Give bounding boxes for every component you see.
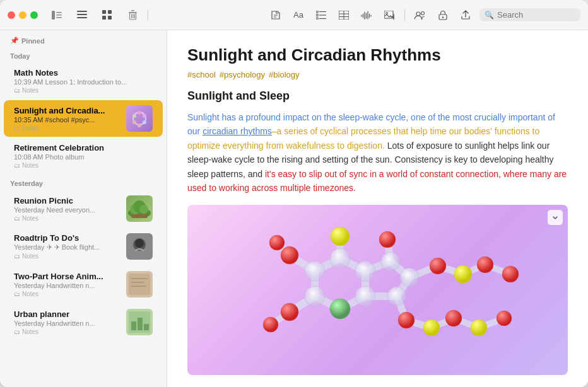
note-text: Roadtrip To Do's Yesterday ✈ ✈ Book flig… xyxy=(14,233,121,260)
section-header-today: Today xyxy=(0,47,167,62)
note-text: Two-Part Horse Anim... Yesterday Handwri… xyxy=(14,272,121,297)
note-item-selected[interactable]: Sunlight and Circadia... 10:35 AM #schoo… xyxy=(4,100,163,137)
svg-point-111 xyxy=(423,320,440,336)
note-tags: #school #psychology #biology xyxy=(187,70,568,79)
note-folder: 🗂 Notes xyxy=(14,125,121,132)
svg-point-44 xyxy=(143,114,146,118)
list-view-icon[interactable] xyxy=(73,6,91,24)
svg-point-102 xyxy=(379,231,396,248)
svg-point-109 xyxy=(331,227,350,246)
grid-view-icon[interactable] xyxy=(98,6,116,24)
tag-biology: #biology xyxy=(269,70,299,79)
note-folder: 🗂 Notes xyxy=(14,215,121,222)
format-icon[interactable]: Aa xyxy=(290,6,307,24)
app-window: Aa xyxy=(0,0,588,387)
tag-psychology: #psychology xyxy=(220,70,265,79)
svg-rect-53 xyxy=(131,214,148,218)
svg-rect-5 xyxy=(77,14,87,15)
note-item[interactable]: Reunion Picnic Yesterday Need everyon...… xyxy=(4,190,163,227)
note-text: Reunion Picnic Yesterday Need everyon...… xyxy=(14,196,121,222)
note-main-title: Sunlight and Circadian Rhythms xyxy=(187,45,568,65)
share-icon[interactable] xyxy=(457,6,474,24)
note-item[interactable]: Retirement Celebration 10:08 AM Photo al… xyxy=(4,138,163,174)
note-image-container xyxy=(187,205,568,375)
lock-icon[interactable] xyxy=(434,6,452,24)
svg-point-89 xyxy=(305,261,325,281)
checklist-icon[interactable] xyxy=(312,6,330,24)
delete-icon[interactable] xyxy=(124,6,141,24)
note-folder: 🗂 Notes xyxy=(14,253,121,260)
svg-rect-3 xyxy=(56,17,62,18)
note-title: Math Notes xyxy=(14,68,153,78)
search-icon: 🔍 xyxy=(485,11,494,20)
note-item[interactable]: Roadtrip To Do's Yesterday ✈ ✈ Book flig… xyxy=(4,228,163,265)
svg-rect-14 xyxy=(131,14,132,18)
svg-point-95 xyxy=(381,252,400,271)
sidebar: 📌 Pinned Today Math Notes 10:39 AM Lesso… xyxy=(0,30,167,387)
note-title: Roadtrip To Do's xyxy=(14,233,121,243)
note-item[interactable]: Math Notes 10:39 AM Lesson 1: Introducti… xyxy=(4,63,163,99)
svg-point-110 xyxy=(454,265,472,283)
svg-point-96 xyxy=(400,268,419,287)
image-expand-button[interactable] xyxy=(548,210,563,225)
svg-rect-8 xyxy=(108,10,112,14)
note-folder: 🗂 Notes xyxy=(14,162,153,169)
search-bar[interactable]: 🔍 xyxy=(479,8,580,21)
note-item[interactable]: Urban planner Yesterday Handwritten n...… xyxy=(4,304,163,340)
minimize-button[interactable] xyxy=(19,11,26,19)
svg-point-99 xyxy=(269,235,285,250)
note-thumbnail xyxy=(126,105,153,132)
note-title: Sunlight and Circadia... xyxy=(14,106,121,115)
note-thumbnail xyxy=(126,195,153,222)
svg-point-55 xyxy=(135,239,144,248)
svg-rect-61 xyxy=(131,321,136,330)
svg-point-113 xyxy=(330,299,350,319)
svg-point-48 xyxy=(132,114,136,118)
media-icon[interactable] xyxy=(380,6,398,24)
new-note-icon[interactable] xyxy=(267,6,285,24)
section-header-yesterday: Yesterday xyxy=(0,175,167,190)
note-item[interactable]: Two-Part Horse Anim... Yesterday Handwri… xyxy=(4,266,163,303)
svg-rect-10 xyxy=(108,16,112,20)
svg-rect-4 xyxy=(77,11,87,12)
note-section-title: Sunlight and Sleep xyxy=(187,90,568,103)
note-title: Retirement Celebration xyxy=(14,143,153,153)
note-title: Two-Part Horse Anim... xyxy=(14,272,121,281)
svg-point-94 xyxy=(305,286,325,306)
svg-rect-15 xyxy=(132,14,133,18)
svg-point-98 xyxy=(281,246,298,264)
table-icon[interactable] xyxy=(335,6,353,24)
pin-icon: 📌 xyxy=(10,37,19,45)
search-input[interactable] xyxy=(497,10,573,20)
note-content: Sunlight and Circadian Rhythms #school #… xyxy=(167,30,588,387)
svg-rect-1 xyxy=(56,12,62,13)
collab-icon[interactable] xyxy=(411,6,429,24)
svg-rect-6 xyxy=(77,17,87,18)
maximize-button[interactable] xyxy=(30,11,38,19)
svg-rect-7 xyxy=(102,10,106,14)
folder-icon: 🗂 xyxy=(14,162,20,169)
waveform-icon[interactable] xyxy=(358,6,375,24)
close-button[interactable] xyxy=(8,11,15,19)
pinned-label: 📌 Pinned xyxy=(10,37,156,45)
titlebar-left-tools xyxy=(48,6,141,24)
folder-icon: 🗂 xyxy=(14,328,20,335)
pinned-section: 📌 Pinned xyxy=(0,30,167,47)
body-text-default-3: and xyxy=(245,169,265,179)
svg-point-47 xyxy=(132,120,136,124)
svg-point-106 xyxy=(398,312,415,328)
folder-icon: 🗂 xyxy=(14,87,20,94)
svg-rect-63 xyxy=(144,324,149,330)
note-thumbnail xyxy=(126,309,153,335)
svg-point-107 xyxy=(445,310,462,326)
svg-point-108 xyxy=(497,311,512,326)
note-area: Sunlight and Circadian Rhythms #school #… xyxy=(167,30,588,387)
svg-point-41 xyxy=(442,16,444,18)
svg-point-38 xyxy=(416,12,420,16)
svg-point-104 xyxy=(477,257,493,273)
note-text: Math Notes 10:39 AM Lesson 1: Introducti… xyxy=(14,68,153,94)
svg-rect-17 xyxy=(316,11,318,13)
note-folder: 🗂 Notes xyxy=(14,328,121,335)
sidebar-toggle-icon[interactable] xyxy=(48,6,66,24)
note-folder: 🗂 Notes xyxy=(14,87,153,94)
